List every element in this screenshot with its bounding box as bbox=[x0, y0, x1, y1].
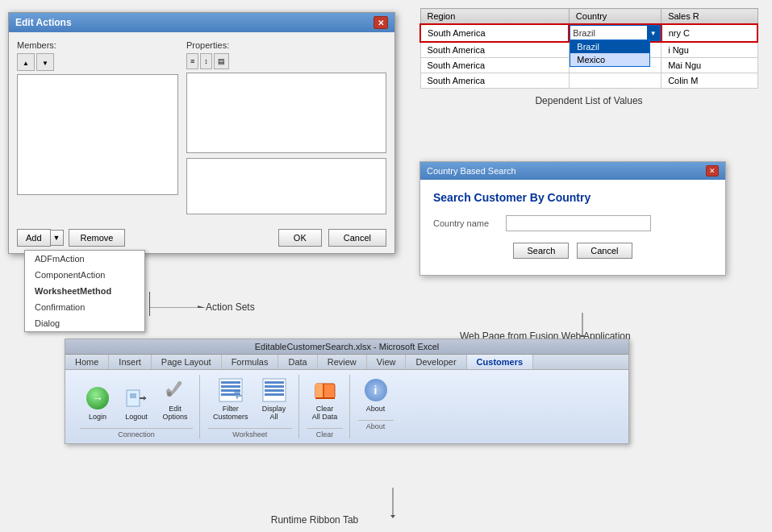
cell-region-3: South America bbox=[420, 58, 569, 73]
cs-heading: Search Customer By Country bbox=[433, 191, 712, 204]
dropdown-item-adfm[interactable]: ADFmAction bbox=[25, 251, 144, 267]
edit-actions-right: Properties: ≡ ↕ ▤ bbox=[186, 40, 386, 214]
about-group-label: About bbox=[358, 420, 394, 430]
tab-page-layout[interactable]: Page Layout bbox=[152, 355, 222, 369]
svg-rect-18 bbox=[265, 389, 284, 392]
cancel-button[interactable]: Cancel bbox=[328, 229, 386, 247]
properties-toolbar: ≡ ↕ ▤ bbox=[186, 53, 386, 69]
move-down-button[interactable] bbox=[36, 53, 54, 71]
edit-options-label: EditOptions bbox=[162, 405, 187, 421]
info-icon-shape: i bbox=[365, 379, 387, 401]
move-up-button[interactable] bbox=[17, 53, 35, 71]
country-option-brazil[interactable]: Brazil bbox=[570, 40, 649, 53]
col-country: Country bbox=[569, 9, 661, 25]
country-option-mexico[interactable]: Mexico bbox=[570, 53, 649, 66]
svg-rect-17 bbox=[265, 385, 284, 388]
col-region: Region bbox=[420, 9, 569, 25]
ribbon-group-clear: ClearAll Data Clear bbox=[301, 375, 350, 438]
members-list[interactable] bbox=[17, 74, 178, 195]
edit-actions-titlebar: Edit Actions ✕ bbox=[9, 13, 394, 32]
cell-region-2: South America bbox=[420, 42, 569, 58]
prop-btn-3[interactable]: ▤ bbox=[214, 53, 229, 69]
edit-options-button[interactable]: EditOptions bbox=[157, 375, 193, 423]
members-toolbar bbox=[17, 53, 178, 71]
excel-tabs: Home Insert Page Layout Formulas Data Re… bbox=[65, 355, 628, 370]
login-icon-shape bbox=[86, 387, 109, 409]
edit-actions-close-button[interactable]: ✕ bbox=[373, 16, 388, 29]
ribbon-group-connection: Login Logout bbox=[73, 375, 200, 438]
tab-formulas[interactable]: Formulas bbox=[222, 355, 279, 369]
dropdown-item-component[interactable]: ComponentAction bbox=[25, 267, 144, 283]
ok-cancel-row: OK Cancel bbox=[278, 229, 386, 247]
dropdown-item-confirmation[interactable]: Confirmation bbox=[25, 299, 144, 315]
logout-icon bbox=[123, 385, 149, 411]
about-icon: i bbox=[363, 377, 389, 403]
up-arrow-icon bbox=[23, 58, 29, 67]
data-table-container: Region Country Sales R South America Bra… bbox=[419, 8, 758, 106]
cs-close-button[interactable]: ✕ bbox=[706, 165, 719, 177]
tab-developer[interactable]: Developer bbox=[406, 355, 466, 369]
dropdown-item-dialog[interactable]: Dialog bbox=[25, 315, 144, 331]
edit-actions-footer: Add ▼ Remove OK Cancel bbox=[9, 222, 394, 253]
svg-rect-21 bbox=[315, 384, 323, 398]
properties-upper-area[interactable] bbox=[186, 73, 386, 153]
display-all-button[interactable]: DisplayAll bbox=[257, 375, 292, 423]
tab-view[interactable]: View bbox=[367, 355, 407, 369]
add-button[interactable]: Add bbox=[17, 229, 51, 247]
cell-country-1[interactable]: Brazil ▼ Brazil Mexico bbox=[569, 24, 661, 42]
filter-customers-label: FilterCustomers bbox=[213, 405, 248, 421]
remove-button[interactable]: Remove bbox=[69, 229, 126, 247]
tab-review[interactable]: Review bbox=[318, 355, 367, 369]
tab-data[interactable]: Data bbox=[278, 355, 317, 369]
svg-rect-19 bbox=[265, 393, 284, 396]
add-action-dropdown-menu: ADFmAction ComponentAction WorksheetMeth… bbox=[24, 250, 145, 332]
clear-all-data-icon bbox=[312, 377, 338, 403]
country-dropdown-btn[interactable]: ▼ bbox=[647, 26, 660, 40]
country-popup: Brazil Mexico bbox=[570, 39, 650, 67]
edit-actions-columns: Members: Properties: ≡ ↕ ▤ bbox=[17, 40, 386, 214]
excel-window: EditableCustomerSearch.xlsx - Microsoft … bbox=[65, 339, 629, 444]
svg-point-7 bbox=[167, 392, 172, 397]
edit-options-icon bbox=[162, 377, 188, 403]
login-label: Login bbox=[89, 413, 106, 421]
edit-actions-dialog: Edit Actions ✕ Members: Properties: ≡ ↕ … bbox=[8, 12, 395, 254]
dropdown-item-worksheet[interactable]: WorksheetMethod bbox=[25, 283, 144, 299]
tab-insert[interactable]: Insert bbox=[109, 355, 152, 369]
cs-buttons: Search Cancel bbox=[433, 243, 712, 259]
country-input-field[interactable]: Brazil ▼ bbox=[570, 25, 660, 41]
country-name-input[interactable] bbox=[506, 215, 651, 231]
svg-marker-6 bbox=[144, 396, 146, 401]
cs-body: Search Customer By Country Country name … bbox=[420, 180, 725, 275]
down-arrow-icon bbox=[42, 58, 48, 67]
edit-actions-title: Edit Actions bbox=[15, 17, 72, 28]
add-label: Add bbox=[26, 233, 42, 243]
tab-customers[interactable]: Customers bbox=[467, 355, 533, 369]
prop-btn-1[interactable]: ≡ bbox=[186, 53, 198, 69]
login-button[interactable]: Login bbox=[80, 383, 115, 423]
about-button[interactable]: i About bbox=[358, 375, 394, 415]
data-table: Region Country Sales R South America Bra… bbox=[419, 8, 758, 89]
cell-sales-3: Mai Ngu bbox=[661, 58, 757, 73]
svg-rect-16 bbox=[265, 381, 284, 384]
clear-all-data-button[interactable]: ClearAll Data bbox=[307, 375, 343, 423]
logout-button[interactable]: Logout bbox=[119, 383, 154, 423]
clear-buttons: ClearAll Data bbox=[307, 375, 343, 423]
add-dropdown-button[interactable]: ▼ bbox=[51, 230, 64, 246]
arrow-tip bbox=[198, 305, 206, 308]
properties-lower-area[interactable] bbox=[186, 158, 386, 214]
action-sets-connector bbox=[149, 292, 214, 308]
cs-form-row: Country name bbox=[433, 215, 712, 231]
cell-sales-2: i Ngu bbox=[661, 42, 757, 58]
cs-cancel-button[interactable]: Cancel bbox=[577, 243, 632, 259]
add-remove-row: Add ▼ Remove bbox=[17, 229, 125, 247]
filter-customers-button[interactable]: FilterCustomers bbox=[208, 375, 253, 423]
ok-button[interactable]: OK bbox=[278, 229, 322, 247]
country-name-label: Country name bbox=[433, 218, 506, 228]
tab-home[interactable]: Home bbox=[65, 355, 109, 369]
prop-btn-2[interactable]: ↕ bbox=[200, 53, 212, 69]
display-all-icon-svg bbox=[261, 377, 287, 403]
logout-icon-svg bbox=[125, 387, 148, 409]
ribbon-body: Login Logout bbox=[65, 370, 628, 443]
web-page-connector bbox=[578, 313, 586, 337]
cs-search-button[interactable]: Search bbox=[513, 243, 569, 259]
